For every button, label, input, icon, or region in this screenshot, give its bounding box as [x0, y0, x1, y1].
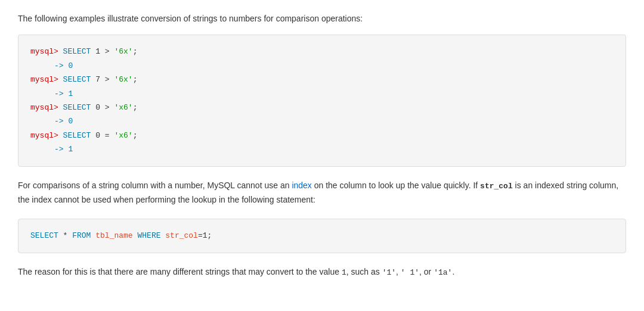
bottom-text1: The reason for this is that there are ma… [18, 267, 342, 276]
intro-paragraph: The following examples illustrate conver… [18, 12, 626, 25]
code-line-3: mysql> SELECT 0 > 'x6'; [30, 101, 614, 114]
num-2: 7 > [95, 75, 114, 84]
comma-2: , or [419, 267, 434, 276]
para1-text2: on the column to look up the value quick… [312, 181, 480, 190]
result-line-3: -> 0 [30, 114, 614, 128]
select-kw-4: SELECT [58, 131, 95, 140]
semicolon: ; [208, 231, 212, 240]
semi-4: ; [133, 131, 138, 140]
result-line-4: -> 1 [30, 142, 614, 156]
arrow-2: -> 1 [54, 89, 73, 98]
prompt-4: mysql> [30, 131, 58, 140]
prompt-2: mysql> [30, 75, 58, 84]
select-line: SELECT * FROM tbl_name WHERE str_col=1; [30, 229, 614, 242]
code-val1: '1' [382, 268, 396, 277]
semi-2: ; [133, 75, 138, 84]
code-line-1: mysql> SELECT 1 > '6x'; [30, 45, 614, 58]
tbl-name: tbl_name [95, 231, 132, 240]
num-3: 0 > [95, 103, 114, 112]
code-block-1: mysql> SELECT 1 > '6x'; -> 0 mysql> SELE… [18, 35, 626, 166]
code-line-2: mysql> SELECT 7 > '6x'; [30, 73, 614, 86]
from-kw: FROM [72, 231, 91, 240]
result-line-1: -> 0 [30, 59, 614, 73]
prompt-3: mysql> [30, 103, 58, 112]
col-name: str_col [165, 231, 198, 240]
code-val3: '1a' [434, 268, 452, 277]
num-4: 0 = [95, 131, 114, 140]
val-1-inline: 1 [342, 268, 346, 277]
prompt-1: mysql> [30, 47, 58, 56]
paragraph-1: For comparisons of a string column with … [18, 179, 626, 207]
arrow-3: -> 0 [54, 117, 73, 126]
semi-1: ; [133, 47, 138, 56]
select-kw-1: SELECT [58, 47, 95, 56]
num-1: 1 > [95, 47, 114, 56]
para1-text1: For comparisons of a string column with … [18, 181, 292, 190]
arrow-1: -> 0 [54, 61, 73, 70]
select-kw-2: SELECT [58, 75, 95, 84]
select-kw: SELECT [30, 231, 58, 240]
string-1: '6x' [114, 47, 132, 56]
where-kw: WHERE [137, 231, 160, 240]
semi-3: ; [133, 103, 138, 112]
comma-1: , [396, 267, 401, 276]
string-3: 'x6' [114, 103, 132, 112]
bottom-paragraph: The reason for this is that there are ma… [18, 265, 626, 279]
code-line-4: mysql> SELECT 0 = 'x6'; [30, 129, 614, 142]
result-line-2: -> 1 [30, 87, 614, 101]
index-link[interactable]: index [292, 181, 311, 190]
string-2: '6x' [114, 75, 132, 84]
bottom-text2: , such as [346, 267, 382, 276]
val: 1 [203, 231, 208, 240]
str-col-inline: str_col [480, 182, 513, 191]
string-4: 'x6' [114, 131, 132, 140]
period: . [452, 267, 454, 276]
select-kw-3: SELECT [58, 103, 95, 112]
code-val2: ' 1' [401, 268, 419, 277]
arrow-4: -> 1 [54, 145, 73, 154]
star: * [58, 231, 72, 240]
code-block-2: SELECT * FROM tbl_name WHERE str_col=1; [18, 219, 626, 253]
equals: = [198, 231, 203, 240]
